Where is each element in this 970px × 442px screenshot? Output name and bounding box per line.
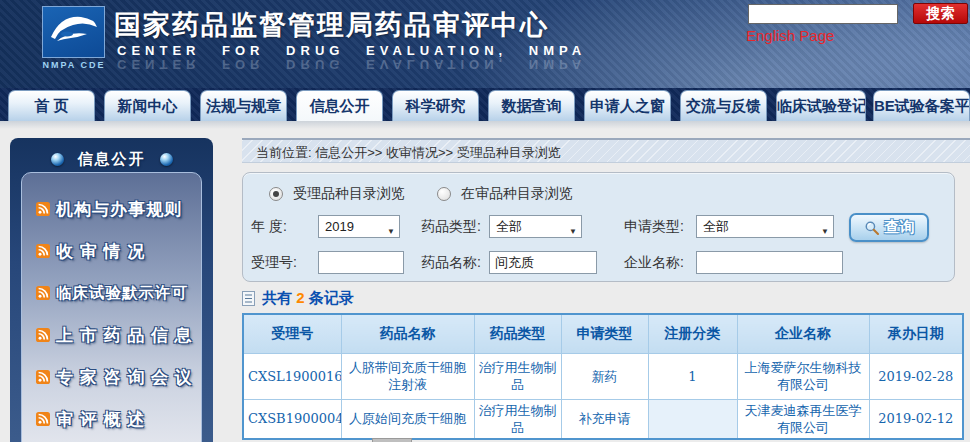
cell-handle-date: 2019-02-12 bbox=[869, 399, 963, 439]
sidebar-title: 信息公开 bbox=[78, 150, 146, 169]
site-title-chinese: 国家药品监督管理局药品审评中心 bbox=[114, 7, 549, 43]
col-header-drug-name: 药品名称 bbox=[341, 314, 474, 353]
col-header-registration-class: 注册分类 bbox=[648, 314, 737, 353]
cell-apply-type: 补充申请 bbox=[561, 399, 648, 439]
sidebar-item-organization-rules[interactable]: 机构与办事规则 bbox=[36, 195, 201, 223]
site-header: NMPA CDE 国家药品监督管理局药品审评中心 CENTER FOR DRUG… bbox=[0, 0, 970, 88]
header-search-button[interactable]: 搜索 bbox=[913, 3, 968, 24]
year-select[interactable]: 2019 bbox=[318, 215, 400, 238]
accept-no-label: 受理号: bbox=[251, 254, 297, 272]
query-button-label: 查询 bbox=[885, 218, 915, 237]
page: NMPA CDE 国家药品监督管理局药品审评中心 CENTER FOR DRUG… bbox=[0, 0, 970, 442]
cell-company: 天津麦迪森再生医学有限公司 bbox=[737, 399, 869, 439]
record-count-line: 共有 2 条记录 bbox=[242, 289, 354, 308]
cell-drug-type: 治疗用生物制品 bbox=[474, 353, 561, 399]
sidebar-item-label: 收 审 情 况 bbox=[56, 240, 145, 263]
nav-tab-communication-feedback[interactable]: 交流与反馈 bbox=[680, 90, 767, 121]
col-header-handle-date: 承办日期 bbox=[869, 314, 963, 353]
nav-tab-science-research[interactable]: 科学研究 bbox=[392, 90, 479, 121]
sidebar-item-label: 临床试验默示许可 bbox=[56, 283, 188, 304]
col-header-drug-type: 药品类型 bbox=[474, 314, 561, 353]
table-header-row: 受理号 药品名称 药品类型 申请类型 注册分类 企业名称 承办日期 bbox=[243, 314, 963, 353]
radio-under-review-catalog[interactable] bbox=[437, 187, 451, 201]
nav-tab-data-query[interactable]: 数据查询 bbox=[488, 90, 575, 121]
results-table: 受理号 药品名称 药品类型 申请类型 注册分类 企业名称 承办日期 CXSL19… bbox=[242, 313, 964, 440]
sidebar-panel: 机构与办事规则 收 审 情 况 临床试验默示许可 上 市 药 品 信 息 bbox=[21, 172, 202, 442]
query-button[interactable]: 查询 bbox=[849, 213, 929, 242]
col-header-apply-type: 申请类型 bbox=[561, 314, 648, 353]
drug-name-input[interactable] bbox=[489, 251, 597, 274]
record-count-value: 2 bbox=[296, 289, 304, 306]
col-header-accept-no: 受理号 bbox=[243, 314, 341, 353]
sidebar-item-marketed-drug-info[interactable]: 上 市 药 品 信 息 bbox=[36, 321, 201, 349]
magnifier-icon bbox=[864, 220, 880, 236]
nav-tab-be-trial-platform[interactable]: BE试验备案平台 bbox=[873, 90, 970, 121]
logo-caption: NMPA CDE bbox=[38, 60, 110, 70]
col-header-company: 企业名称 bbox=[737, 314, 869, 353]
apply-type-label: 申请类型: bbox=[624, 218, 684, 236]
english-page-link[interactable]: English Page bbox=[746, 27, 834, 44]
cell-drug-name[interactable]: 人脐带间充质干细胞注射液 bbox=[341, 353, 474, 399]
rss-icon bbox=[36, 202, 50, 216]
pagination-control-partial[interactable] bbox=[372, 438, 412, 442]
record-count-suffix: 条记录 bbox=[309, 289, 354, 306]
nmpa-cde-logo-icon[interactable] bbox=[42, 6, 105, 58]
apply-type-select[interactable]: 全部 bbox=[696, 215, 834, 238]
accept-no-input[interactable] bbox=[318, 251, 404, 274]
drug-type-label: 药品类型: bbox=[421, 218, 481, 236]
main-nav: 首 页 新闻中心 法规与规章 信息公开 科学研究 数据查询 申请人之窗 交流与反… bbox=[0, 88, 970, 121]
nav-tab-news[interactable]: 新闻中心 bbox=[104, 90, 191, 121]
cell-registration-class: 1 bbox=[648, 353, 737, 399]
cell-company: 上海爱萨尔生物科技有限公司 bbox=[737, 353, 869, 399]
company-input[interactable] bbox=[696, 251, 843, 274]
nav-tab-applicant-window[interactable]: 申请人之窗 bbox=[584, 90, 671, 121]
radio-accepted-catalog[interactable] bbox=[269, 187, 283, 201]
table-row: CXSB1900004 人原始间充质干细胞 治疗用生物制品 补充申请 天津麦迪森… bbox=[243, 399, 963, 439]
record-count-prefix: 共有 bbox=[262, 289, 292, 306]
sidebar-item-label: 审 评 概 述 bbox=[56, 408, 145, 431]
filter-panel: 受理品种目录浏览 在审品种目录浏览 年 度: 2019 药品类型: 全部 申请类… bbox=[242, 172, 955, 282]
cell-drug-name[interactable]: 人原始间充质干细胞 bbox=[341, 399, 474, 439]
company-label: 企业名称: bbox=[624, 254, 684, 272]
cell-accept-no: CXSL1900016 bbox=[243, 353, 341, 399]
rss-icon bbox=[36, 370, 50, 384]
rss-icon bbox=[36, 328, 50, 342]
sidebar-item-label: 上 市 药 品 信 息 bbox=[56, 324, 193, 347]
drug-name-label: 药品名称: bbox=[421, 254, 481, 272]
list-icon bbox=[242, 291, 255, 306]
radio-accepted-catalog-label: 受理品种目录浏览 bbox=[293, 185, 405, 203]
sidebar-item-review-overview[interactable]: 审 评 概 述 bbox=[36, 405, 201, 433]
cell-drug-type: 治疗用生物制品 bbox=[474, 399, 561, 439]
breadcrumb: 当前位置: 信息公开>> 收审情况>> 受理品种目录浏览 bbox=[256, 144, 561, 162]
drug-type-select[interactable]: 全部 bbox=[489, 215, 582, 238]
site-title-english-reflection: CENTER FOR DRUG EVALUATION, NMPA bbox=[117, 57, 586, 72]
sidebar-item-expert-advisory-meeting[interactable]: 专 家 咨 询 会 议 bbox=[36, 363, 201, 391]
sidebar-item-clinical-trial-implied-license[interactable]: 临床试验默示许可 bbox=[36, 279, 201, 307]
sidebar-title-row: 信息公开 bbox=[10, 149, 213, 169]
cell-handle-date: 2019-02-28 bbox=[869, 353, 963, 399]
site-title-english: CENTER FOR DRUG EVALUATION, NMPA bbox=[117, 43, 586, 58]
nav-tab-home[interactable]: 首 页 bbox=[8, 90, 95, 121]
rss-icon bbox=[36, 244, 50, 258]
rss-icon bbox=[36, 286, 50, 300]
cell-accept-no: CXSB1900004 bbox=[243, 399, 341, 439]
nav-tab-regulations[interactable]: 法规与规章 bbox=[200, 90, 287, 121]
nav-tab-clinical-trial-registration[interactable]: 临床试验登记 bbox=[776, 90, 866, 121]
catalog-radio-group: 受理品种目录浏览 在审品种目录浏览 bbox=[269, 185, 595, 203]
year-label: 年 度: bbox=[251, 218, 287, 236]
sphere-icon bbox=[51, 153, 64, 166]
nav-tab-info-disclosure[interactable]: 信息公开 bbox=[296, 90, 383, 121]
sidebar-item-acceptance-status[interactable]: 收 审 情 况 bbox=[36, 237, 201, 265]
radio-under-review-catalog-label: 在审品种目录浏览 bbox=[461, 185, 573, 203]
nav-shadow-strip bbox=[0, 121, 970, 129]
breadcrumb-bar: 当前位置: 信息公开>> 收审情况>> 受理品种目录浏览 bbox=[242, 138, 970, 163]
sidebar: 信息公开 机构与办事规则 收 审 情 况 临床试验默示许可 bbox=[10, 138, 213, 442]
sphere-icon bbox=[160, 153, 173, 166]
sidebar-item-label: 机构与办事规则 bbox=[56, 198, 182, 221]
cell-apply-type: 新药 bbox=[561, 353, 648, 399]
cde-swoosh-icon bbox=[43, 7, 104, 57]
header-search-input[interactable] bbox=[748, 4, 898, 24]
rss-icon bbox=[36, 412, 50, 426]
sidebar-item-label: 专 家 咨 询 会 议 bbox=[56, 366, 193, 389]
table-row: CXSL1900016 人脐带间充质干细胞注射液 治疗用生物制品 新药 1 上海… bbox=[243, 353, 963, 399]
